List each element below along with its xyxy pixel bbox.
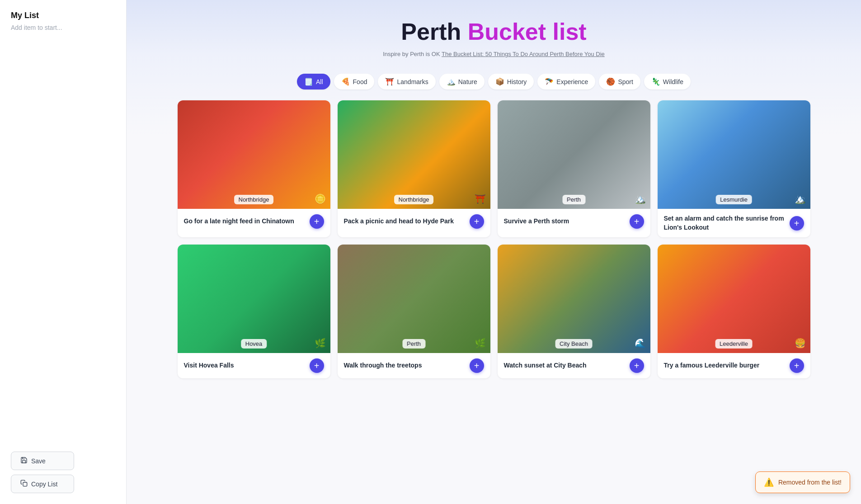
card-item: Northbridge ⛩️ Pack a picnic and head to…: [338, 100, 490, 237]
sidebar-title: My List: [0, 0, 126, 24]
card-image: [498, 245, 650, 353]
add-to-list-button[interactable]: +: [630, 358, 644, 373]
copy-icon: [20, 480, 28, 488]
card-title: Set an alarm and catch the sunrise from …: [664, 214, 786, 232]
card-item: Leederville 🍔 Try a famous Leederville b…: [658, 245, 810, 378]
card-item: Hovea 🌿 Visit Hovea Falls +: [178, 245, 330, 378]
card-title: Pack a picnic and head to Hyde Park: [344, 217, 454, 226]
card-location-badge: City Beach: [555, 339, 593, 349]
card-location-badge: Leederville: [715, 339, 753, 349]
card-item: Northbridge 🪙 Go for a late night feed i…: [178, 100, 330, 237]
card-image: [338, 100, 490, 209]
card-body: Visit Hovea Falls +: [178, 353, 330, 378]
card-image-wrap: City Beach 🌊: [498, 245, 650, 353]
card-image-wrap: Hovea 🌿: [178, 245, 330, 353]
save-label: Save: [31, 457, 46, 465]
add-to-list-button[interactable]: +: [310, 358, 324, 373]
card-image: [178, 100, 330, 209]
card-image: [658, 100, 810, 209]
card-image: [338, 245, 490, 353]
hero-title-part2: Bucket list: [468, 19, 587, 45]
card-image-wrap: Leederville 🍔: [658, 245, 810, 353]
hero-link[interactable]: The Bucket List: 50 Things To Do Around …: [442, 51, 605, 57]
card-image-wrap: Perth 🌿: [338, 245, 490, 353]
card-image: [658, 245, 810, 353]
card-image-wrap: Northbridge 🪙: [178, 100, 330, 209]
card-location-badge: Lesmurdie: [715, 195, 752, 204]
card-image: [178, 245, 330, 353]
sport-filter-icon: 🏀: [606, 77, 615, 86]
svg-rect-0: [23, 482, 27, 486]
card-location-badge: Hovea: [241, 339, 267, 349]
landmarks-filter-icon: ⛩️: [385, 77, 394, 86]
card-location-badge: Northbridge: [234, 195, 274, 204]
card-image-wrap: Lesmurdie 🏔️: [658, 100, 810, 209]
card-category-icon: 🌊: [635, 338, 646, 349]
card-image: [498, 100, 650, 209]
card-category-icon: ⛩️: [475, 193, 486, 204]
card-category-icon: 🌿: [475, 338, 486, 349]
filter-tab-nature[interactable]: 🏔️Nature: [439, 74, 485, 89]
card-item: Lesmurdie 🏔️ Set an alarm and catch the …: [658, 100, 810, 237]
card-image-wrap: Northbridge ⛩️: [338, 100, 490, 209]
filter-bar: 🗒️All🍕Food⛩️Landmarks🏔️Nature📦History🪂Ex…: [127, 66, 861, 100]
hero-section: Perth Bucket list Inspire by Perth is OK…: [127, 0, 861, 66]
copy-list-button[interactable]: Copy List: [11, 475, 74, 493]
card-body: Try a famous Leederville burger +: [658, 353, 810, 378]
sidebar-subtitle: Add item to start...: [0, 24, 126, 38]
card-image-wrap: Perth 🏔️: [498, 100, 650, 209]
card-category-icon: 🏔️: [795, 193, 806, 204]
card-category-icon: 🏔️: [635, 193, 646, 204]
copy-list-label: Copy List: [31, 480, 57, 488]
hero-subtitle: Inspire by Perth is OK The Bucket List: …: [136, 51, 852, 57]
card-item: Perth 🌿 Walk through the treetops +: [338, 245, 490, 378]
card-title: Watch sunset at City Beach: [504, 361, 587, 370]
add-to-list-button[interactable]: +: [470, 358, 484, 373]
card-category-icon: 🪙: [315, 193, 326, 204]
card-location-badge: Perth: [562, 195, 585, 204]
card-grid: Northbridge 🪙 Go for a late night feed i…: [169, 100, 819, 396]
card-body: Watch sunset at City Beach +: [498, 353, 650, 378]
card-title: Walk through the treetops: [344, 361, 422, 370]
sidebar-actions: Save Copy List: [11, 452, 74, 493]
card-category-icon: 🌿: [315, 338, 326, 349]
filter-tab-history[interactable]: 📦History: [488, 74, 534, 89]
card-title: Visit Hovea Falls: [184, 361, 234, 370]
card-item: Perth 🏔️ Survive a Perth storm +: [498, 100, 650, 237]
main-content: Perth Bucket list Inspire by Perth is OK…: [127, 0, 861, 504]
history-filter-icon: 📦: [495, 77, 504, 86]
card-body: Survive a Perth storm +: [498, 209, 650, 234]
card-title: Survive a Perth storm: [504, 217, 569, 226]
filter-tab-experience[interactable]: 🪂Experience: [537, 74, 595, 89]
card-body: Go for a late night feed in Chinatown +: [178, 209, 330, 234]
save-button[interactable]: Save: [11, 452, 74, 470]
filter-tab-landmarks[interactable]: ⛩️Landmarks: [378, 74, 435, 89]
filter-tab-wildlife[interactable]: 🦎Wildlife: [644, 74, 691, 89]
hero-title-wrap: Perth Bucket list: [136, 18, 852, 45]
filter-tab-all[interactable]: 🗒️All: [297, 74, 330, 89]
filter-tab-food[interactable]: 🍕Food: [334, 74, 375, 89]
add-to-list-button[interactable]: +: [470, 214, 484, 229]
card-location-badge: Northbridge: [394, 195, 434, 204]
sidebar: My List Add item to start... Save Copy L…: [0, 0, 127, 504]
add-to-list-button[interactable]: +: [790, 358, 804, 373]
card-title: Try a famous Leederville burger: [664, 361, 760, 370]
toast-notification: ⚠️ Removed from the list!: [755, 471, 850, 493]
card-body: Pack a picnic and head to Hyde Park +: [338, 209, 490, 234]
add-to-list-button[interactable]: +: [310, 214, 324, 229]
hero-title-part1: Perth: [401, 19, 467, 45]
add-to-list-button[interactable]: +: [630, 214, 644, 229]
experience-filter-icon: 🪂: [545, 77, 554, 86]
card-body: Walk through the treetops +: [338, 353, 490, 378]
add-to-list-button[interactable]: +: [790, 216, 804, 231]
save-icon: [20, 457, 28, 465]
card-item: City Beach 🌊 Watch sunset at City Beach …: [498, 245, 650, 378]
toast-icon: ⚠️: [764, 477, 774, 487]
toast-message: Removed from the list!: [778, 479, 842, 486]
nature-filter-icon: 🏔️: [447, 77, 456, 86]
card-category-icon: 🍔: [795, 338, 806, 349]
card-location-badge: Perth: [402, 339, 425, 349]
card-body: Set an alarm and catch the sunrise from …: [658, 209, 810, 237]
wildlife-filter-icon: 🦎: [651, 77, 660, 86]
filter-tab-sport[interactable]: 🏀Sport: [599, 74, 640, 89]
